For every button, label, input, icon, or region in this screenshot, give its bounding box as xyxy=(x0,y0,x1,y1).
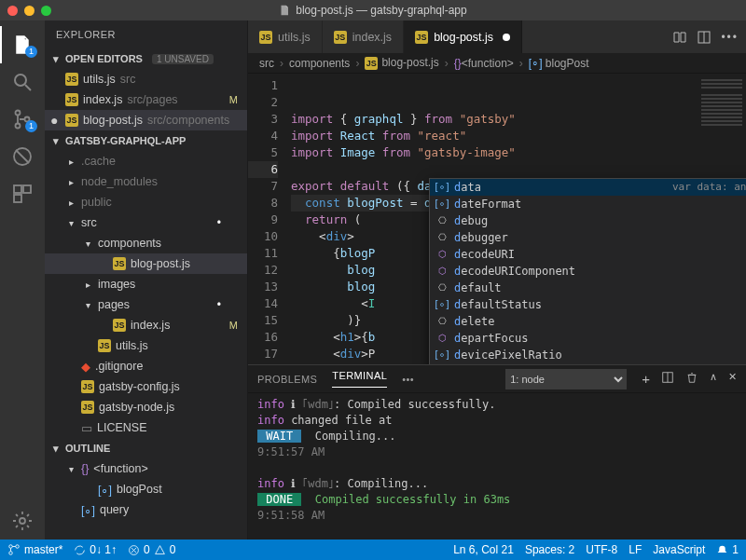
breadcrumb-segment[interactable]: [∘] blogPost xyxy=(529,57,589,70)
split-terminal-icon[interactable] xyxy=(661,371,674,384)
compare-icon[interactable] xyxy=(672,30,687,45)
tree-item[interactable]: JSgatsby-config.js xyxy=(45,376,247,397)
open-editor-item[interactable]: JSindex.js src/pagesM xyxy=(45,89,247,110)
status-encoding[interactable]: UTF-8 xyxy=(586,543,617,556)
maximize-window-button[interactable] xyxy=(41,6,51,16)
breadcrumb-segment[interactable]: JSblog-post.js xyxy=(365,56,438,70)
suggest-item[interactable]: [∘]dateFormat xyxy=(430,196,746,212)
svg-point-0 xyxy=(15,75,26,86)
suggest-item[interactable]: ⎔delete xyxy=(430,313,746,330)
svg-line-6 xyxy=(16,150,29,163)
tree-item[interactable]: ▭LICENSE xyxy=(45,417,247,438)
maximize-panel-icon[interactable]: ∧ xyxy=(710,371,717,387)
tree-item[interactable]: JSindex.jsM xyxy=(45,315,247,335)
suggest-item[interactable]: [∘]devicePixelRatio xyxy=(430,347,746,363)
panel-tab-more[interactable]: ••• xyxy=(402,374,414,385)
status-lang[interactable]: JavaScript xyxy=(653,543,705,556)
tree-item[interactable]: JSblog-post.js xyxy=(45,253,247,274)
activity-search[interactable] xyxy=(0,63,45,101)
js-file-icon: JS xyxy=(81,380,94,393)
tree-item[interactable]: JSgatsby-node.js xyxy=(45,397,247,417)
sync-icon xyxy=(74,544,86,556)
new-terminal-icon[interactable]: + xyxy=(642,371,650,387)
activity-explorer[interactable]: 1 xyxy=(0,26,45,63)
suggest-item[interactable]: [∘]defaultStatus xyxy=(430,296,746,313)
chevron-icon: ▸ xyxy=(82,280,93,290)
open-editor-item[interactable]: ●JSblog-post.js src/components xyxy=(45,110,247,130)
open-editor-item[interactable]: JSutils.js src xyxy=(45,69,247,89)
trash-icon[interactable] xyxy=(685,371,698,384)
tree-item[interactable]: ▸.cache xyxy=(45,151,247,171)
panel-tab-terminal[interactable]: TERMINAL xyxy=(332,370,387,388)
status-position[interactable]: Ln 6, Col 21 xyxy=(453,543,514,556)
activity-scm[interactable]: 1 xyxy=(0,101,45,138)
code-editor[interactable]: 1234567891011121314151617181920 import {… xyxy=(248,74,746,364)
suggest-item[interactable]: [∘]datavar data: anyi xyxy=(430,179,746,196)
tree-item[interactable]: ▸public xyxy=(45,192,247,212)
code-content[interactable]: import { graphql } from "gatsby"import R… xyxy=(291,74,746,364)
activity-settings[interactable] xyxy=(0,502,45,540)
suggest-item[interactable]: ⎔debug xyxy=(430,212,746,229)
breadcrumb-segment[interactable]: {}<function> xyxy=(454,57,514,70)
line-gutter: 1234567891011121314151617181920 xyxy=(248,74,291,364)
status-eol[interactable]: LF xyxy=(629,543,642,556)
tree-item[interactable]: ▾pages• xyxy=(45,294,247,315)
symbol-variable-icon: [∘] xyxy=(81,503,95,517)
symbol-fn-icon: ⬡ xyxy=(435,332,449,345)
suggest-item[interactable]: ⎔debugger xyxy=(430,229,746,246)
terminal-dropdown[interactable]: 1: node xyxy=(505,369,627,389)
panel-tab-problems[interactable]: PROBLEMS xyxy=(257,374,317,385)
tree-item[interactable]: JSutils.js xyxy=(45,335,247,356)
open-editors-header[interactable]: ▾ OPEN EDITORS 1 UNSAVED xyxy=(45,48,247,69)
outline-item[interactable]: ▾{}<function> xyxy=(45,458,247,479)
symbol-kw-icon: ⎔ xyxy=(435,281,449,294)
activity-extensions[interactable] xyxy=(0,175,45,212)
suggest-item[interactable]: ⬡decodeURIComponent xyxy=(430,263,746,280)
titlebar: blog-post.js — gatsby-graphql-app xyxy=(0,0,746,20)
autocomplete-popup[interactable]: [∘]datavar data: anyi[∘]dateFormat⎔debug… xyxy=(429,178,746,364)
breadcrumb[interactable]: src›components›JSblog-post.js›{}<functio… xyxy=(248,53,746,74)
tree-item[interactable]: ▸images xyxy=(45,274,247,294)
tree-item[interactable]: ◆.gitignore xyxy=(45,356,247,376)
editor-tab[interactable]: JSblog-post.js xyxy=(404,20,522,53)
more-icon[interactable]: ••• xyxy=(721,31,739,44)
symbol-var-icon: [∘] xyxy=(435,348,449,362)
suggest-item[interactable]: ⬡dispatchEvent xyxy=(430,363,746,364)
breadcrumb-segment[interactable]: components xyxy=(289,57,350,70)
editor-tab[interactable]: JSutils.js xyxy=(248,20,323,53)
terminal-output[interactable]: info ℹ ｢wdm｣: Compiled successfully.info… xyxy=(248,393,746,540)
project-label: GATSBY-GRAPHQL-APP xyxy=(65,135,186,146)
sidebar-title: EXPLORER xyxy=(45,20,247,48)
svg-point-3 xyxy=(16,124,21,129)
status-errors[interactable]: 0 0 xyxy=(128,543,175,556)
status-sync[interactable]: 0↓ 1↑ xyxy=(74,543,117,556)
outline-item[interactable]: [∘]query xyxy=(45,499,247,520)
status-indent[interactable]: Spaces: 2 xyxy=(525,543,574,556)
symbol-var-icon: [∘] xyxy=(435,298,449,311)
close-window-button[interactable] xyxy=(7,6,18,16)
svg-rect-8 xyxy=(23,185,31,193)
minimize-window-button[interactable] xyxy=(24,6,35,16)
outline-item[interactable]: [∘]blogPost xyxy=(45,479,247,499)
svg-point-16 xyxy=(9,552,13,555)
breadcrumb-segment[interactable]: src xyxy=(259,57,274,70)
suggest-item[interactable]: ⬡decodeURI xyxy=(430,246,746,263)
tree-item[interactable]: ▾components xyxy=(45,233,247,253)
status-branch[interactable]: master* xyxy=(7,543,62,556)
split-editor-icon[interactable] xyxy=(697,30,711,45)
editor-tab[interactable]: JSindex.js xyxy=(323,20,404,53)
tree-item[interactable]: ▾src• xyxy=(45,212,247,233)
status-notifications[interactable]: 1 xyxy=(716,543,739,556)
explorer-badge: 1 xyxy=(25,46,37,58)
open-editors-list: JSutils.js srcJSindex.js src/pagesM●JSbl… xyxy=(45,69,247,130)
svg-point-10 xyxy=(20,518,25,524)
close-panel-icon[interactable]: ✕ xyxy=(728,371,737,387)
suggest-item[interactable]: ⬡departFocus xyxy=(430,330,746,347)
bug-icon xyxy=(11,145,34,168)
project-header[interactable]: ▾ GATSBY-GRAPHQL-APP xyxy=(45,130,247,151)
tree-item[interactable]: ▸node_modules xyxy=(45,171,247,192)
chevron-icon: ▾ xyxy=(82,300,93,310)
suggest-item[interactable]: ⎔default xyxy=(430,280,746,296)
outline-header[interactable]: ▾ OUTLINE xyxy=(45,438,247,458)
activity-debug[interactable] xyxy=(0,138,45,175)
